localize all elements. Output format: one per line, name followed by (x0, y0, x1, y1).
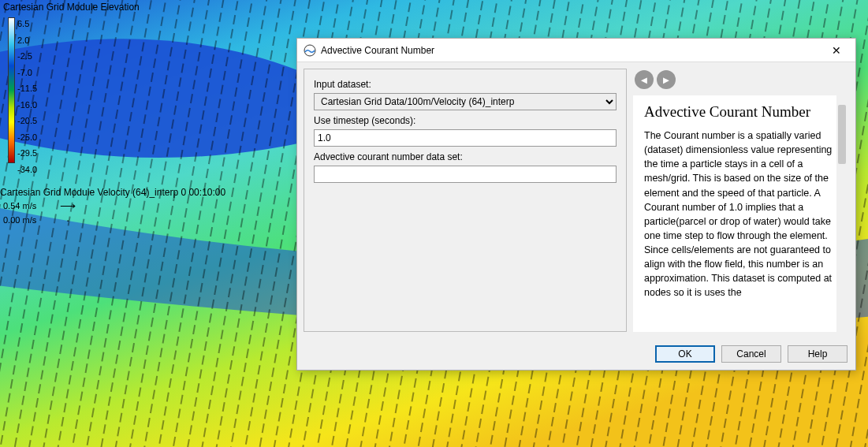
dialog-title: Advective Courant Number (321, 45, 821, 56)
help-nav: ◄ ► (633, 69, 848, 91)
tick-value: -16.0 (17, 97, 37, 114)
advective-courant-dialog: Advective Courant Number ✕ Input dataset… (296, 38, 856, 371)
elevation-colorbar (8, 17, 15, 163)
input-dataset-label: Input dataset: (314, 79, 617, 90)
help-heading: Advective Courant Number (644, 103, 836, 121)
velocity-scale-label: 0.00 m/s (3, 215, 36, 225)
timestep-label: Use timestep (seconds): (314, 115, 617, 126)
app-icon (304, 44, 316, 57)
tick-value: -20.5 (17, 113, 37, 129)
arrow-icon: ⟶ (52, 199, 84, 212)
dialog-titlebar[interactable]: Advective Courant Number ✕ (297, 39, 855, 62)
cancel-button[interactable]: Cancel (721, 345, 781, 363)
help-back-button[interactable]: ◄ (635, 70, 654, 89)
tick-value: -7.0 (17, 65, 37, 81)
help-body-text: The Courant number is a spatially varied… (644, 129, 836, 300)
timestep-input[interactable] (314, 129, 617, 147)
close-button[interactable]: ✕ (821, 39, 852, 61)
parameters-panel: Input dataset: Cartesian Grid Data/100m/… (304, 69, 627, 332)
elevation-colorbar-ticks: 6.5 2.0 -2.5 -7.0 -11.5 -16.0 -20.5 -25.… (17, 16, 37, 177)
elevation-legend: Cartesian Grid Module Elevation (0, 0, 143, 14)
input-dataset-select[interactable]: Cartesian Grid Data/100m/Velocity (64)_i… (314, 93, 617, 110)
output-dataset-label: Advective courant number data set: (314, 151, 617, 162)
tick-value: 6.5 (17, 16, 37, 32)
help-forward-button[interactable]: ► (657, 70, 676, 89)
output-dataset-input[interactable] (314, 166, 617, 183)
tick-value: -34.0 (17, 162, 37, 178)
tick-value: -29.5 (17, 145, 37, 162)
help-panel: ◄ ► Advective Courant Number The Courant… (633, 69, 849, 332)
help-scrollbar[interactable] (836, 95, 848, 332)
velocity-legend: 0.54 m/s ⟶ 0.00 m/s · (3, 199, 84, 227)
ok-button[interactable]: OK (655, 345, 715, 363)
velocity-scale-label: 0.54 m/s (3, 201, 36, 210)
dialog-footer: OK Cancel Help (297, 338, 855, 370)
tick-value: -11.5 (17, 80, 37, 97)
scrollbar-thumb[interactable] (838, 105, 846, 164)
tick-value: 2.0 (17, 32, 37, 49)
velocity-legend-title: Cartesian Grid Module Velocity (64)_inte… (0, 187, 225, 198)
help-content: Advective Courant Number The Courant num… (633, 95, 848, 332)
dot-icon: · (52, 214, 84, 226)
help-button[interactable]: Help (788, 345, 848, 363)
tick-value: -25.0 (17, 129, 37, 146)
dialog-body: Input dataset: Cartesian Grid Data/100m/… (297, 62, 855, 338)
tick-value: -2.5 (17, 48, 37, 65)
elevation-legend-title: Cartesian Grid Module Elevation (0, 0, 143, 14)
